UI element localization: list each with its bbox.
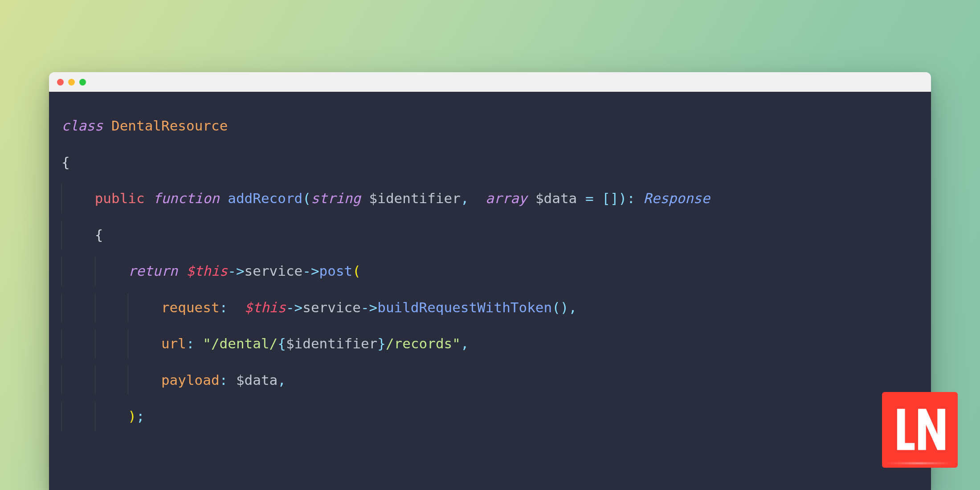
keyword-public: public: [95, 189, 145, 208]
comma: ,: [461, 335, 469, 353]
param-data: $data: [535, 189, 577, 208]
comma: ,: [278, 371, 286, 390]
colon: :: [220, 298, 228, 317]
keyword-class: class: [61, 117, 103, 135]
brace-open: {: [95, 226, 103, 245]
call-tail: (),: [552, 298, 577, 317]
code-window: class DentalResource { public function a…: [49, 72, 931, 490]
keyword-function: function: [153, 189, 219, 208]
comma: ,: [461, 189, 469, 208]
paren-close-colon: ):: [619, 189, 635, 208]
this-var: $this: [186, 262, 228, 281]
type-string: string: [311, 189, 361, 208]
prop-service: service: [302, 298, 361, 317]
logo-badge: [882, 392, 958, 468]
string-part: /records": [386, 335, 461, 353]
var-data: $data: [236, 371, 278, 390]
code-line: url: "/dental/{$identifier}/records",: [61, 335, 919, 353]
code-line: {: [61, 226, 919, 245]
named-arg-payload: payload: [161, 371, 220, 390]
default-array: []: [602, 189, 618, 208]
close-icon[interactable]: [57, 79, 64, 86]
named-arg-request: request: [161, 298, 220, 317]
method-post: post: [319, 262, 353, 281]
code-line: public function addRecord(string $identi…: [61, 189, 919, 208]
paren-open: (: [352, 262, 361, 281]
param-identifier: $identifier: [369, 189, 461, 208]
colon: :: [220, 371, 228, 390]
code-line: {: [61, 153, 919, 172]
minimize-icon[interactable]: [68, 79, 75, 86]
named-arg-url: url: [161, 335, 186, 353]
prop-service: service: [245, 262, 303, 281]
arrow-op: ->: [361, 298, 377, 317]
code-line: request: $this->service->buildRequestWit…: [61, 298, 919, 317]
semicolon: ;: [136, 407, 145, 426]
keyword-return: return: [128, 262, 178, 281]
maximize-icon[interactable]: [79, 79, 86, 86]
paren-open: (: [302, 189, 311, 208]
titlebar: [49, 72, 931, 92]
this-var: $this: [245, 298, 286, 317]
interp-close: }: [377, 335, 386, 353]
equals: =: [585, 189, 594, 208]
colon: :: [186, 335, 195, 353]
logo-ln-icon: [894, 404, 946, 456]
paren-close: ): [128, 407, 136, 426]
interp-open: {: [278, 335, 286, 353]
type-array: array: [486, 189, 527, 208]
code-editor: class DentalResource { public function a…: [49, 92, 931, 490]
class-name: DentalResource: [111, 117, 228, 135]
function-name: addRecord: [228, 189, 302, 208]
return-type: Response: [644, 189, 710, 208]
code-line: payload: $data,: [61, 371, 919, 390]
string-part: "/dental/: [203, 335, 278, 353]
method-buildrequest: buildRequestWithToken: [377, 298, 552, 317]
code-line: class DentalResource: [61, 117, 919, 135]
arrow-op: ->: [286, 298, 302, 317]
code-line: return $this->service->post(: [61, 262, 919, 281]
logo-shine: [886, 462, 951, 464]
code-line: );: [61, 407, 919, 426]
arrow-op: ->: [228, 262, 244, 281]
arrow-op: ->: [302, 262, 319, 281]
brace-open: {: [61, 153, 70, 172]
interp-var: $identifier: [286, 335, 377, 353]
